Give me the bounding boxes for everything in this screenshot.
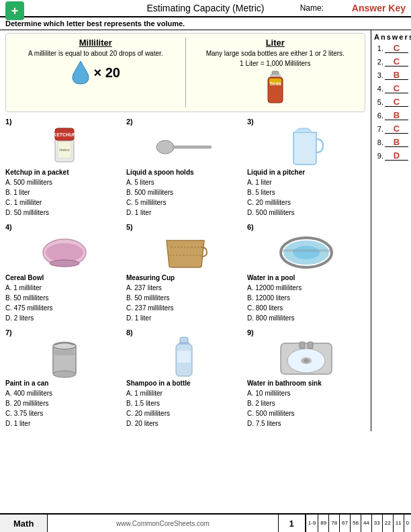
score-value-0: 89 [320, 520, 326, 527]
score-value-6: 22 [385, 520, 391, 527]
score-cell-2: 67 [339, 515, 350, 532]
q1-label: Ketchup in a packet [5, 169, 124, 176]
liter-visual: Soda [191, 70, 360, 107]
liter-conversion: 1 Liter = 1,000 Milliliters [191, 60, 360, 67]
svg-rect-1 [270, 75, 281, 77]
question-2: 2) Liquid a spoon holds A. 5 liters B. 5… [126, 118, 244, 218]
svg-point-19 [293, 246, 320, 259]
q4-number: 4) [5, 223, 124, 231]
q2-image [126, 127, 244, 167]
questions-grid: 1) KETCHUP Heinz Ketchup in a packet A. … [5, 118, 365, 429]
answer-letter-8: B [385, 138, 408, 147]
svg-rect-11 [173, 146, 212, 148]
q7-opt-b: B. 20 milliliters [5, 398, 124, 408]
q1-number: 1) [5, 118, 124, 126]
milliliter-visual: × 20 [11, 60, 180, 85]
answer-item-8: 8. B [374, 138, 408, 147]
paint-can-icon [48, 338, 81, 378]
q9-opt-d: D. 7.5 liters [247, 418, 365, 429]
q4-opt-c: C. 475 milliliters [5, 303, 124, 313]
q5-label: Measuring Cup [126, 274, 244, 281]
q7-opt-d: D. 1 liter [5, 418, 124, 429]
q6-opt-d: D. 800 milliliters [247, 313, 365, 323]
score-cell-1: 78 [328, 515, 339, 532]
answer-num-1: 1. [374, 44, 383, 52]
score-value-8: 0 [406, 520, 409, 527]
q2-label: Liquid a spoon holds [126, 169, 244, 176]
answer-num-8: 8. [374, 138, 383, 146]
q4-label: Cereal Bowl [5, 274, 124, 281]
svg-rect-20 [281, 249, 332, 252]
q5-opt-c: C. 237 milliliters [126, 303, 244, 313]
q2-opt-c: C. 5 milliliters [126, 197, 244, 208]
answer-letter-3: B [385, 71, 408, 80]
svg-rect-24 [54, 350, 75, 355]
direction-bar: Determine which letter best represents t… [0, 17, 411, 30]
q8-opt-a: A. 1 milliliter [126, 388, 244, 398]
q3-number: 3) [247, 118, 365, 126]
pitcher-icon [288, 127, 324, 167]
q1-opt-b: B. 1 liter [5, 187, 124, 197]
score-cell-4: 44 [361, 515, 371, 532]
multiplier-text: × 20 [94, 65, 120, 81]
q8-image [126, 338, 244, 378]
q3-opt-d: D. 500 milliliters [247, 208, 365, 218]
q9-image [247, 338, 365, 378]
milliliter-section: Milliliter A milliliter is equal to abou… [11, 38, 180, 107]
liter-section: Liter Many large soda bottles are either… [191, 38, 360, 107]
q1-options: A. 500 milliliters B. 1 liter C. 1 milli… [5, 177, 124, 218]
score-cells: 89786756443322110 [318, 515, 411, 532]
q5-image [126, 232, 244, 273]
question-5: 5) Measuring Cup A. 237 liters B. 50 mil… [126, 223, 244, 323]
cereal-bowl-icon [42, 238, 87, 267]
score-value-4: 44 [363, 520, 369, 527]
main-content: Milliliter A milliliter is equal to abou… [0, 30, 411, 431]
q6-image [247, 232, 365, 273]
q9-opt-b: B. 2 liters [247, 398, 365, 408]
q4-options: A. 1 milliliter B. 50 milliliters C. 475… [5, 283, 124, 323]
info-divider [185, 38, 186, 107]
scores-range: 1-9 [308, 520, 316, 527]
q2-opt-b: B. 500 milliliters [126, 187, 244, 197]
q3-options: A. 1 liter B. 5 liters C. 20 milliliters… [247, 177, 365, 218]
page-title: Estimating Capacity (Metric) [146, 3, 264, 13]
question-8: 8) Shampoo in a bottle A. 1 milliliter B… [126, 328, 244, 429]
q8-label: Shampoo in a bottle [126, 380, 244, 387]
q3-opt-b: B. 5 liters [247, 187, 365, 197]
milliliter-title: Milliliter [11, 38, 180, 48]
footer-url: www.CommonCoreSheets.com [48, 520, 277, 527]
q2-opt-a: A. 5 liters [126, 177, 244, 187]
q9-opt-a: A. 10 milliliters [247, 388, 365, 398]
q6-label: Water in a pool [247, 274, 365, 281]
svg-point-23 [53, 371, 76, 378]
name-label: Name: [300, 3, 324, 13]
q1-opt-a: A. 500 milliliters [5, 177, 124, 187]
answers-list: 1. C2. C3. B4. C5. C6. B7. C8. B9. D [374, 44, 408, 161]
svg-point-10 [156, 140, 174, 154]
q9-number: 9) [247, 328, 365, 337]
score-value-3: 56 [353, 520, 359, 527]
question-1: 1) KETCHUP Heinz Ketchup in a packet A. … [5, 118, 124, 218]
score-value-7: 11 [396, 520, 402, 527]
q6-number: 6) [247, 223, 365, 231]
soda-bottle-icon: Soda [263, 70, 287, 107]
score-cell-6: 22 [382, 515, 393, 532]
svg-text:KETCHUP: KETCHUP [53, 132, 76, 137]
q7-image [5, 338, 124, 378]
q2-opt-d: D. 1 liter [126, 208, 244, 218]
answer-item-7: 7. C [374, 124, 408, 134]
svg-rect-28 [177, 351, 191, 363]
scores-range-label: 1-9 [306, 515, 318, 532]
q3-opt-a: A. 1 liter [247, 177, 365, 187]
q6-opt-c: C. 800 liters [247, 303, 365, 313]
q7-opt-c: C. 3.75 liters [5, 408, 124, 418]
q2-number: 2) [126, 118, 244, 126]
answer-num-5: 5. [374, 98, 383, 106]
svg-rect-25 [180, 337, 188, 343]
q4-opt-a: A. 1 milliliter [5, 283, 124, 293]
liter-text: Many large soda bottles are either 1 or … [191, 50, 360, 57]
logo: + [5, 1, 24, 20]
answer-letter-7: C [385, 124, 408, 134]
answer-item-2: 2. C [374, 57, 408, 66]
answer-num-2: 2. [374, 58, 383, 66]
